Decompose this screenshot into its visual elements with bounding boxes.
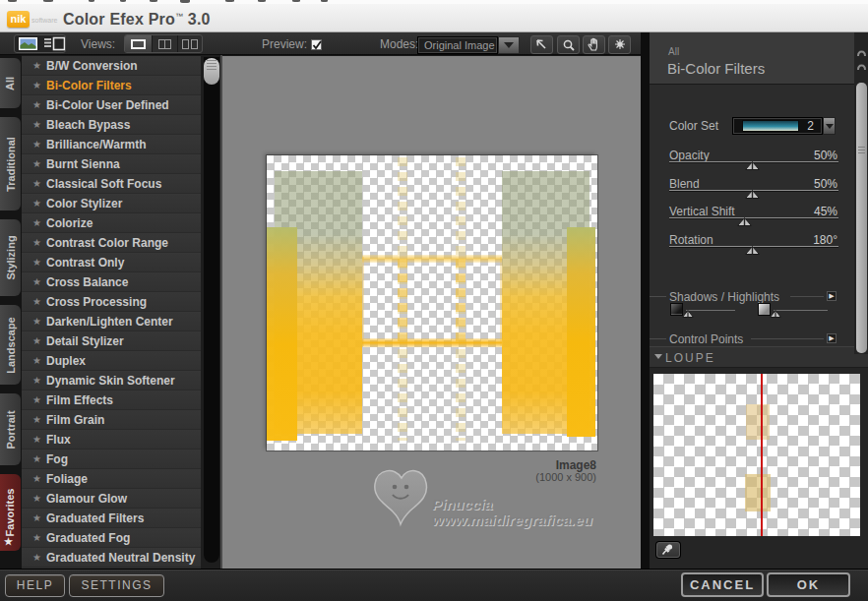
svg-text:Pinuccia: Pinuccia [432, 496, 493, 512]
svg-text:www.maidiregrafica.eu: www.maidiregrafica.eu [432, 511, 592, 528]
